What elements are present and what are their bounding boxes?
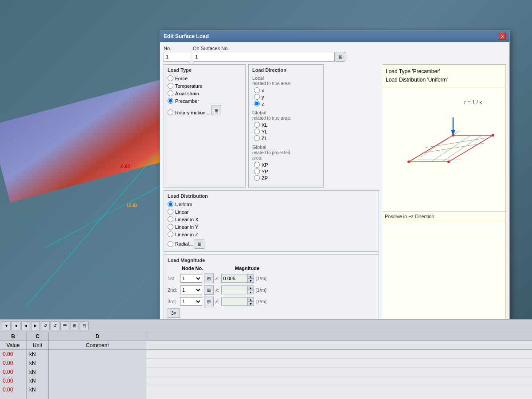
row1-node-picker[interactable]: ⊞ — [204, 274, 214, 283]
row3-decrement[interactable]: ▼ — [248, 301, 254, 306]
dir-z-radio[interactable] — [254, 101, 260, 106]
row1-value-input[interactable] — [221, 274, 248, 283]
row2-spinner-buttons: ▲ ▼ — [248, 286, 254, 294]
global-proj-sublabel: related to projectedarea: — [252, 150, 290, 160]
on-surfaces-input[interactable] — [193, 52, 335, 62]
dir-xl-radio[interactable] — [254, 122, 260, 128]
load-type-section: Load Type Force Temperature — [164, 64, 246, 188]
bottom-table: B Value 0.00 0.00 0.00 0.00 0.00 C Unit … — [0, 332, 532, 399]
dir-zl: ZL — [254, 135, 320, 141]
local-sublabel: related to true area: — [252, 81, 291, 86]
dir-y-radio[interactable] — [254, 94, 260, 100]
close-button[interactable]: ✕ — [499, 33, 506, 40]
precamber-radio[interactable] — [168, 98, 173, 104]
row2-node-select[interactable]: 1 — [180, 286, 202, 294]
row1-decrement[interactable]: ▼ — [248, 278, 254, 283]
row2-decrement[interactable]: ▼ — [248, 290, 254, 294]
linear-y-radio[interactable] — [168, 224, 173, 230]
global-projected-group: Globalrelated to projectedarea: XP YP ZP — [252, 145, 320, 181]
nav-list[interactable]: ☰ — [60, 321, 69, 330]
row1-comment — [49, 350, 146, 359]
nav-dropdown[interactable]: ▾ — [2, 321, 11, 330]
dir-zl-radio[interactable] — [254, 135, 260, 141]
annotation-value2: 15.83 — [126, 203, 137, 208]
left-panel: Load Type Force Temperature — [164, 64, 379, 339]
row2-increment[interactable]: ▲ — [248, 286, 254, 290]
dir-zp-radio[interactable] — [254, 175, 260, 181]
load-type-rotary-row: Rotary motion... ⊞ — [168, 106, 242, 115]
col-rest — [146, 332, 532, 399]
dir-z: z — [254, 101, 320, 106]
rotary-options-button[interactable]: ⊞ — [211, 106, 221, 115]
row3-value-spinner: ▲ ▼ — [221, 297, 254, 306]
radial-options-button[interactable]: ⊞ — [195, 239, 204, 249]
no-label: No. — [164, 46, 190, 51]
row1-value: 0.00 — [0, 350, 26, 359]
rest-row3 — [146, 368, 532, 376]
row3-node-picker[interactable]: ⊞ — [204, 297, 214, 306]
linear-z-radio[interactable] — [168, 231, 173, 237]
nav-table[interactable]: ⊞ — [70, 321, 79, 330]
uniform-radio[interactable] — [168, 201, 173, 207]
dialog-title: Edit Surface Load — [164, 33, 209, 39]
linear-radio[interactable] — [168, 209, 173, 215]
no-input[interactable] — [164, 52, 190, 62]
rotary-radio[interactable] — [168, 110, 173, 115]
axial-strain-radio[interactable] — [168, 90, 173, 96]
col-b: B Value 0.00 0.00 0.00 0.00 0.00 — [0, 332, 27, 399]
row3-value-input[interactable] — [221, 297, 248, 306]
svg-point-16 — [447, 160, 450, 163]
load-type-title: Load Type — [168, 67, 242, 73]
load-direction-section: Load Direction Localrelated to true area… — [248, 64, 324, 188]
row3-increment[interactable]: ▲ — [248, 297, 254, 301]
nav-prev[interactable]: ◄ — [21, 321, 30, 330]
row1-node-select[interactable]: 1 — [180, 274, 202, 283]
global-label: Globalrelated to true area: — [252, 110, 320, 121]
preview-svg: r = 1 / κ — [395, 91, 502, 180]
dir-yp-radio[interactable] — [254, 168, 260, 174]
svg-line-2 — [13, 213, 124, 288]
radial-radio[interactable] — [168, 241, 173, 247]
row1-kappa: κ: — [215, 276, 219, 281]
dir-yl-radio[interactable] — [254, 129, 260, 134]
dist-radial-row: Radial... ⊞ — [168, 239, 375, 249]
annotation-value: -0.00 — [120, 164, 130, 169]
on-surfaces-label: On Surfaces No. — [193, 46, 506, 51]
preview-info-line2: Load Distribution 'Uniform' — [386, 76, 502, 84]
load-magnitude-section: Load Magnitude Node No. Magnitude 1st: 1… — [164, 254, 379, 321]
row2-node-picker[interactable]: ⊞ — [204, 285, 214, 295]
magnitude-row-1: 1st: 1 ⊞ κ: ▲ ▼ [1/m] — [168, 274, 375, 283]
local-label: Localrelated to true area: — [252, 75, 320, 86]
nav-next[interactable]: ► — [31, 321, 40, 330]
linear-x-radio[interactable] — [168, 216, 173, 222]
row3-comment — [49, 368, 146, 376]
nav-calc[interactable]: ⊟ — [80, 321, 89, 330]
force-radio[interactable] — [168, 75, 173, 81]
dir-x: x — [254, 87, 320, 93]
on-surfaces-field-group: On Surfaces No. ⊞ — [193, 46, 506, 62]
load-distribution-options: Uniform Linear Linear in X — [168, 201, 375, 249]
rest-row5 — [146, 385, 532, 394]
dist-linear-x: Linear in X — [168, 216, 375, 222]
nav-redo[interactable]: ↺ — [51, 321, 59, 330]
magnitude-extra-button[interactable]: 3× — [168, 308, 180, 318]
distribution-row: Load Distribution Uniform Linear — [164, 190, 379, 252]
preview-canvas: r = 1 / κ — [382, 87, 506, 212]
dir-xp-radio[interactable] — [254, 162, 260, 168]
dir-x-radio[interactable] — [254, 87, 260, 93]
global-proj-label: Globalrelated to projectedarea: — [252, 145, 320, 160]
nav-undo[interactable]: ↺ — [41, 321, 50, 330]
nav-prev-prev[interactable]: ◄ — [12, 321, 20, 330]
load-distribution-section: Load Distribution Uniform Linear — [164, 190, 379, 252]
col-d-subheader: Comment — [49, 341, 146, 350]
row3-node-select[interactable]: 1 — [180, 297, 202, 306]
global-true-area-group: Globalrelated to true area: XL YL ZL — [252, 110, 320, 141]
load-direction-title: Load Direction — [252, 67, 320, 73]
temperature-radio[interactable] — [168, 83, 173, 89]
bottom-toolbar: ▾ ◄ ◄ ► ↺ ↺ ☰ ⊞ ⊟ B Value 0.00 0.00 0.00… — [0, 319, 532, 399]
load-type-axial-strain: Axial strain — [168, 90, 242, 96]
row1-increment[interactable]: ▲ — [248, 274, 254, 278]
dist-uniform: Uniform — [168, 201, 375, 207]
surfaces-picker-button[interactable]: ⊞ — [336, 52, 345, 62]
row2-value-input[interactable] — [221, 286, 248, 294]
